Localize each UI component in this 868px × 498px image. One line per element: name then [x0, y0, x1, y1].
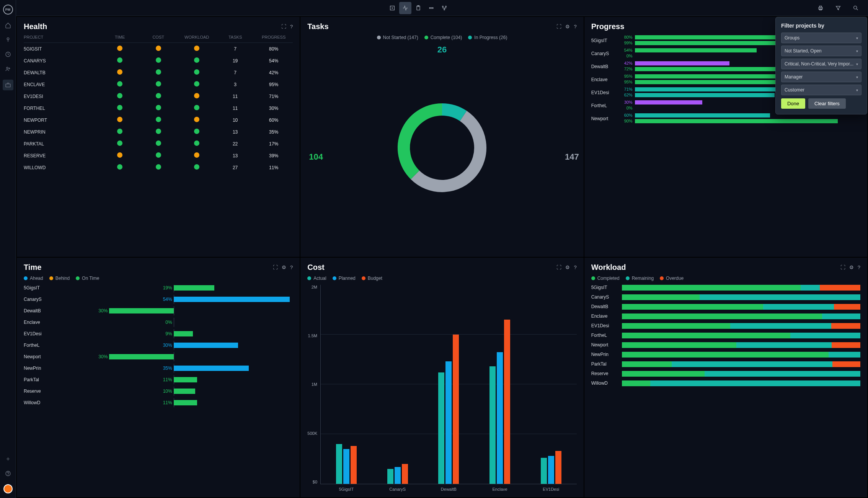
table-row[interactable]: CANARYS 19 54%	[24, 55, 293, 67]
filter-icon[interactable]	[832, 2, 844, 14]
expand-icon[interactable]: ⛶	[556, 265, 561, 270]
search-icon[interactable]	[850, 2, 862, 14]
legend-dot	[76, 276, 80, 280]
legend-item: On Time	[76, 276, 99, 281]
expand-icon[interactable]: ⛶	[281, 24, 286, 29]
bar-pct: 95%	[618, 80, 633, 84]
bar-budget	[351, 446, 357, 484]
table-row[interactable]: RESERVE 13 39%	[24, 150, 293, 162]
expand-icon[interactable]: ⛶	[556, 24, 561, 29]
project-name: DewaltB	[24, 308, 54, 313]
pin-icon[interactable]	[4, 36, 12, 44]
activity-icon[interactable]	[399, 2, 411, 14]
app-logo[interactable]: PM	[3, 5, 13, 15]
seg-remaining	[736, 342, 832, 348]
progress-pct: 60%	[255, 118, 293, 123]
zoom-fit-icon[interactable]	[386, 2, 398, 14]
seg-overdue	[820, 285, 860, 291]
clock-icon[interactable]	[4, 51, 12, 58]
status-dot	[117, 129, 122, 134]
home-icon[interactable]	[4, 21, 12, 29]
svg-point-13	[444, 9, 445, 10]
panel-title: Health	[24, 22, 47, 31]
table-row[interactable]: NEWPORT 10 60%	[24, 114, 293, 126]
table-row[interactable]: WILLOWD 27 11%	[24, 162, 293, 173]
gear-icon[interactable]: ⚙	[282, 265, 286, 270]
done-button[interactable]: Done	[781, 98, 805, 109]
expand-icon[interactable]: ⛶	[273, 265, 278, 270]
legend-label: Remaining	[632, 276, 654, 281]
filter-select[interactable]: Customer	[781, 85, 861, 95]
y-tick: 1M	[312, 382, 317, 387]
gear-icon[interactable]: ⚙	[565, 265, 570, 270]
time-row: ParkTal 11%	[24, 377, 293, 383]
status-dot	[194, 129, 199, 134]
help-icon[interactable]: ?	[290, 24, 293, 29]
donut-value: 26	[437, 45, 447, 55]
project-name: CanaryS	[591, 51, 618, 56]
bar-fill	[174, 285, 215, 291]
svg-rect-15	[819, 6, 821, 7]
legend-dot	[468, 36, 472, 39]
project-name: Newport	[591, 342, 622, 348]
tasks-count: 27	[216, 165, 254, 170]
status-dot	[194, 164, 199, 170]
status-dot	[117, 69, 122, 75]
filter-select[interactable]: Not Started, Open	[781, 46, 861, 56]
filter-select[interactable]: Critical, Non-Critical, Very Impor...	[781, 59, 861, 69]
minus-icon[interactable]	[425, 2, 437, 14]
seg-overdue	[832, 361, 860, 367]
bar-pct: 0%	[618, 54, 633, 58]
bar-fill	[174, 331, 193, 336]
status-dot	[156, 117, 161, 122]
help-icon[interactable]: ?	[574, 24, 576, 29]
table-row[interactable]: ENCLAVE 3 95%	[24, 78, 293, 90]
clipboard-icon[interactable]	[412, 2, 424, 14]
plus-icon[interactable]	[4, 455, 12, 463]
table-row[interactable]: NEWPRIN 13 35%	[24, 126, 293, 138]
legend-label: In Progress (26)	[474, 35, 507, 40]
bar-fill	[635, 100, 703, 104]
seg-remaining	[672, 361, 832, 367]
seg-completed	[622, 304, 763, 310]
time-row: Reserve 10%	[24, 388, 293, 394]
bar-pct: 30%	[98, 354, 108, 359]
x-label: DewaltB	[441, 487, 457, 491]
briefcase-icon[interactable]	[3, 80, 13, 90]
table-row[interactable]: DEWALTB 7 42%	[24, 67, 293, 78]
table-row[interactable]: 5GIGSIT 7 80%	[24, 43, 293, 55]
help-icon[interactable]: ?	[290, 265, 293, 270]
help-icon[interactable]: ?	[858, 265, 860, 270]
expand-icon[interactable]: ⛶	[840, 265, 845, 270]
table-row[interactable]: EV1DESI 11 71%	[24, 90, 293, 102]
status-dot	[117, 152, 122, 158]
flow-icon[interactable]	[438, 2, 450, 14]
filter-select[interactable]: Manager	[781, 72, 861, 82]
bar-actual	[438, 372, 444, 484]
gear-icon[interactable]: ⚙	[849, 265, 854, 270]
svg-point-17	[854, 6, 857, 9]
user-avatar[interactable]	[3, 484, 13, 493]
filter-select[interactable]: Groups	[781, 33, 861, 43]
print-icon[interactable]	[814, 2, 827, 14]
legend-item: Budget	[362, 276, 382, 281]
project-name: EV1Desi	[591, 90, 618, 95]
table-row[interactable]: FORTHEL 11 30%	[24, 102, 293, 114]
stacked-bar	[622, 313, 860, 319]
svg-point-3	[9, 68, 10, 69]
tasks-count: 11	[216, 94, 254, 99]
table-row[interactable]: PARKTAL 22 17%	[24, 138, 293, 150]
help-icon[interactable]: ?	[574, 265, 576, 270]
workload-row: WillowD	[591, 380, 860, 386]
help-icon[interactable]	[4, 470, 12, 477]
legend-label: Behind	[55, 276, 70, 281]
people-icon[interactable]	[4, 65, 12, 73]
time-row: CanaryS 54%	[24, 296, 293, 302]
bar-group: Enclave	[489, 285, 510, 484]
clear-filters-button[interactable]: Clear filters	[808, 98, 846, 109]
project-name: CanaryS	[591, 294, 622, 300]
gear-icon[interactable]: ⚙	[565, 24, 570, 29]
workload-panel: Workload ⛶ ⚙ ? CompletedRemainingOverdue…	[584, 258, 867, 498]
tasks-count: 3	[216, 82, 254, 87]
project-name: RESERVE	[24, 153, 101, 158]
